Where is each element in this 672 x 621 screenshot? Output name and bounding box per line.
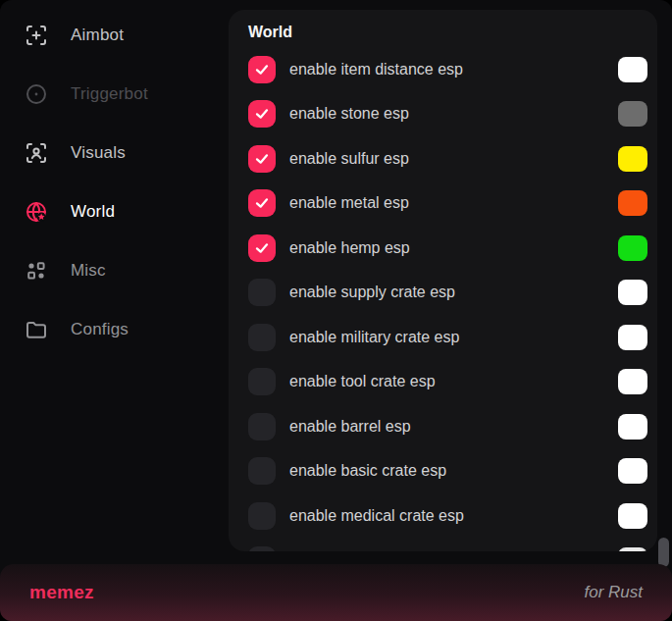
checkbox[interactable] — [248, 100, 276, 128]
sidebar-item-label: Visuals — [71, 143, 126, 163]
setting-label: enable sulfur esp — [289, 150, 618, 168]
settings-list: enable item distance esp enable stone es… — [229, 47, 657, 551]
setting-label: enable military crate esp — [289, 329, 618, 346]
checkmark-icon — [254, 195, 270, 211]
color-swatch[interactable] — [618, 146, 647, 172]
checkbox[interactable] — [248, 279, 276, 306]
setting-label: enable metal esp — [289, 194, 618, 212]
setting-row: enable metal esp — [229, 181, 657, 227]
footer-bar: memez for Rust — [0, 564, 672, 621]
checkbox[interactable] — [248, 56, 276, 83]
color-swatch[interactable] — [618, 101, 647, 127]
setting-row: enable military crate esp — [229, 315, 657, 360]
checkbox[interactable] — [248, 502, 276, 530]
user-scan-icon — [25, 141, 48, 165]
checkbox[interactable] — [248, 413, 276, 440]
setting-label: enable tool crate esp — [289, 373, 618, 390]
setting-label: enable supply crate esp — [289, 284, 618, 301]
sidebar-item-label: Aimbot — [71, 26, 124, 45]
scrollbar-thumb[interactable] — [658, 538, 669, 567]
sidebar-item-world[interactable]: World — [0, 182, 229, 241]
checkbox[interactable] — [248, 324, 276, 351]
cheat-menu-window: Aimbot Triggerbot Visuals World Misc Con… — [0, 0, 672, 621]
setting-row: enable supply crate esp — [229, 271, 657, 316]
setting-row: enable basic crate esp — [229, 449, 657, 494]
checkmark-icon — [254, 62, 270, 78]
setting-label: enable medical crate esp — [289, 507, 618, 525]
circle-dot-icon — [25, 82, 48, 106]
color-swatch[interactable] — [618, 414, 647, 440]
globe-icon — [25, 200, 48, 224]
color-swatch[interactable] — [618, 57, 647, 82]
setting-row: enable item distance esp — [229, 47, 657, 92]
checkbox[interactable] — [248, 457, 276, 485]
setting-row: enable hemp esp — [229, 226, 657, 271]
color-swatch[interactable] — [618, 369, 647, 394]
setting-label: enable barrel esp — [289, 418, 618, 436]
sidebar-item-label: World — [71, 202, 115, 222]
sidebar-item-label: Misc — [71, 261, 106, 281]
color-swatch[interactable] — [618, 325, 647, 350]
color-swatch[interactable] — [618, 280, 647, 305]
setting-label: enable item distance esp — [289, 61, 618, 78]
sidebar-item-misc[interactable]: Misc — [0, 241, 229, 300]
sidebar-item-aimbot[interactable]: Aimbot — [0, 6, 229, 65]
setting-row: enable stone esp — [229, 92, 657, 137]
checkbox[interactable] — [248, 234, 276, 262]
color-swatch[interactable] — [618, 235, 647, 261]
setting-row: enable barrel esp — [229, 404, 657, 449]
checkbox[interactable] — [248, 145, 276, 173]
folder-icon — [25, 318, 48, 341]
sidebar-item-configs[interactable]: Configs — [0, 300, 229, 359]
checkmark-icon — [254, 151, 270, 167]
brand-name: memez — [29, 582, 94, 603]
checkmark-icon — [254, 106, 270, 122]
categories-icon — [25, 259, 48, 283]
checkbox[interactable] — [248, 368, 276, 395]
world-settings-panel: World enable item distance esp enable st… — [229, 10, 657, 551]
setting-label: enable hemp esp — [289, 239, 618, 257]
setting-row — [229, 539, 657, 552]
brand-tagline: for Rust — [584, 583, 643, 602]
setting-row: enable tool crate esp — [229, 360, 657, 405]
setting-row: enable medical crate esp — [229, 493, 657, 539]
setting-label: enable basic crate esp — [289, 462, 618, 480]
scan-plus-icon — [25, 24, 48, 47]
checkbox[interactable] — [248, 546, 276, 551]
sidebar-item-triggerbot[interactable]: Triggerbot — [0, 65, 229, 124]
sidebar-item-label: Triggerbot — [71, 84, 148, 104]
color-swatch[interactable] — [618, 547, 647, 551]
checkbox[interactable] — [248, 189, 276, 217]
panel-title: World — [248, 24, 657, 41]
sidebar-item-label: Configs — [71, 320, 129, 339]
sidebar-nav: Aimbot Triggerbot Visuals World Misc Con… — [0, 6, 229, 359]
setting-row: enable sulfur esp — [229, 136, 657, 181]
color-swatch[interactable] — [618, 503, 647, 529]
checkmark-icon — [254, 240, 270, 256]
color-swatch[interactable] — [618, 458, 647, 484]
setting-label: enable stone esp — [289, 105, 618, 123]
sidebar-item-visuals[interactable]: Visuals — [0, 124, 229, 182]
color-swatch[interactable] — [618, 190, 647, 216]
